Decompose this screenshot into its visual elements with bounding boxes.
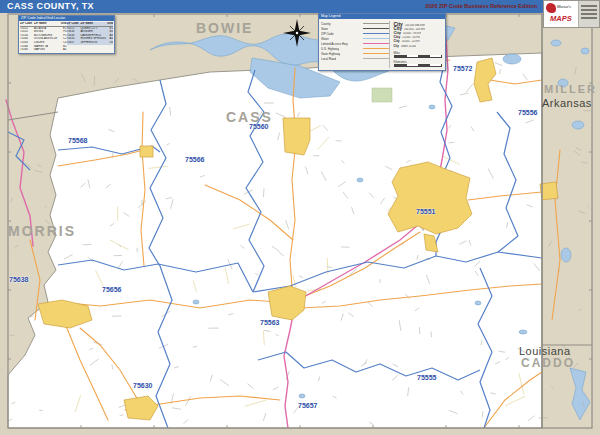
legend-swatch [363,38,389,40]
logo-swirl-icon [546,3,556,13]
legend-swatch [363,28,389,30]
legend-swatch [363,33,389,35]
legend-swatch [363,23,389,25]
park-area [372,88,392,102]
zip-index-table-left: ZIP CodeZIP NameGrid75551ATLANTAE275555B… [20,22,67,52]
cass-county-shape [8,53,542,428]
scale-miles: Miles [393,51,443,58]
zip-index-table-right: ZIP CodeZIP NameGrid75572QUEEN CITYE1756… [67,22,114,52]
legend-line-items: CountyStateZIP CodeWaterLimited Access H… [321,21,389,68]
city-douglassville [283,118,310,155]
legend-item: Local Road [321,56,389,61]
map-legend-panel: Map Legend CountyStateZIP CodeWaterLimit… [318,13,446,71]
zip-index-panel: ZIP Code Index/Grid Locator ZIP CodeZIP … [18,15,115,54]
page-title: CASS COUNTY, TX [7,1,94,11]
map-canvas [0,0,600,435]
index-row: 75657JEFFERSOND6 [67,41,114,45]
legend-swatch [363,48,389,50]
legend-swatch [363,58,389,60]
index-row: 75568NAPLESA2 [20,48,67,52]
map-sheet: BOWIECASSMORRISMILLERCADDOArkansasLouisi… [0,0,600,435]
legend-city-size: CityUnder 10,000 [393,44,443,49]
scale-kilometers: Kilometers [393,60,443,67]
legend-swatch [363,53,389,55]
logo-brand-text: MAPS [550,14,572,23]
edition-label: 2020 ZIP Code Business Reference Edition [425,3,537,9]
legend-city-sizes: City250,000 and overCity100,000 - 249,99… [393,21,443,49]
logo-script-text: Marco's [557,4,571,9]
city-marietta [140,146,153,157]
logo-info-block [578,1,599,27]
legend-swatch [363,43,389,45]
publisher-logo: Marco's MAPS [543,0,600,28]
title-bar: CASS COUNTY, TX 2020 ZIP Code Business R… [0,0,543,13]
